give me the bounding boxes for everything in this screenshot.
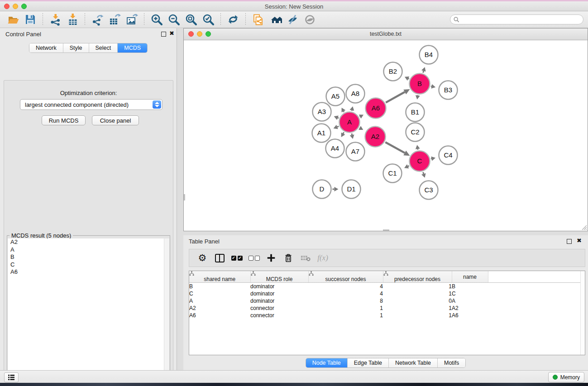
graph-edge-A-A5[interactable] [342,108,346,112]
show-all-icon[interactable] [302,13,317,26]
tab-style[interactable]: Style [63,43,89,52]
open-file-icon[interactable] [6,13,20,26]
graph-edge-C-C4[interactable] [431,157,435,161]
function-builder-icon[interactable]: f(x) [315,251,330,265]
tab-network-table[interactable]: Network Table [388,358,437,367]
graph-edge-B-B3[interactable] [431,84,435,89]
graph-node-B1[interactable]: B1 [406,103,425,122]
graph-node-C[interactable]: C [410,151,430,172]
graph-edge-D-D1[interactable] [333,187,339,191]
graph-edge-A-A7[interactable] [350,133,354,139]
graph-node-C4[interactable]: C4 [439,146,458,165]
mcds-result-item[interactable]: A6 [8,268,169,276]
graph-node-B4[interactable]: B4 [420,46,438,64]
delete-column-icon[interactable] [281,251,296,265]
graph-node-A4[interactable]: A4 [326,139,344,158]
optimization-criterion-select[interactable]: largest connected component (directed) [20,99,163,110]
search-field[interactable] [450,14,583,24]
cell-mcds_role[interactable]: dominator [250,297,308,305]
graph-edge-A-A1[interactable] [334,125,339,129]
cell-name[interactable]: A6 [452,312,488,319]
memory-button[interactable]: Memory [548,372,584,382]
cell-shared_name[interactable]: A [189,297,250,305]
tab-edge-table[interactable]: Edge Table [347,358,388,367]
graph-edge-A-A8[interactable] [350,106,354,111]
cell-predecessor_nodes[interactable]: 1 [383,305,452,312]
cell-shared_name[interactable]: A2 [189,305,250,312]
task-history-button[interactable] [4,372,19,382]
graph-edge-C-C3[interactable] [421,172,426,177]
network-graph[interactable]: B4B2BB3A5A8A6B1A3AA1C2A2A4A7C4CC1C3DD1 [184,40,588,231]
resize-grip-icon[interactable] [581,224,587,230]
graph-node-A5[interactable]: A5 [326,87,345,106]
graph-node-A6[interactable]: A6 [366,98,386,119]
export-image-icon[interactable] [124,13,139,26]
tab-motifs[interactable]: Motifs [437,358,465,367]
cell-predecessor_nodes[interactable]: 1 [383,290,452,297]
import-table-from-file-icon[interactable] [65,13,80,26]
cell-successor_nodes[interactable]: 8 [308,297,383,305]
column-header-successor-nodes[interactable]: successor nodes [308,271,383,283]
graph-node-A7[interactable]: A7 [346,143,365,161]
mcds-result-item[interactable]: A [8,246,169,254]
graph-node-B[interactable]: B [410,74,430,94]
cell-predecessor_nodes[interactable]: 0 [383,297,452,305]
graph-node-C1[interactable]: C1 [383,164,402,183]
save-session-icon[interactable] [23,13,38,26]
graph-edge-B-B4[interactable] [421,67,426,72]
cell-successor_nodes[interactable]: 4 [308,283,383,291]
graph-edge-B-B2[interactable] [405,76,409,81]
graph-edge-C-C1[interactable] [404,164,409,168]
vertical-scroll-mark[interactable] [184,194,185,200]
graph-node-B2[interactable]: B2 [384,62,402,81]
export-table-icon[interactable] [107,13,122,26]
graph-edge-A-A3[interactable] [334,116,339,120]
graph-edge-A-A6[interactable] [359,114,363,119]
close-panel-button[interactable]: Close panel [92,115,139,125]
cell-shared_name[interactable]: C [189,290,250,297]
first-neighbors-icon[interactable] [268,13,282,26]
add-column-icon[interactable] [263,251,279,265]
table-row[interactable]: Cdominator41C [189,290,585,297]
mcds-result-item[interactable]: C [8,261,169,269]
network-canvas[interactable]: B4B2BB3A5A8A6B1A3AA1C2A2A4A7C4CC1C3DD1 [184,40,588,231]
graph-edge-C-C2[interactable] [416,145,420,150]
cell-successor_nodes[interactable]: 1 [308,305,383,312]
graph-node-C2[interactable]: C2 [406,123,425,142]
graph-node-D[interactable]: D [313,180,331,199]
search-input[interactable] [462,16,583,23]
graph-edge-A-A4[interactable] [341,132,345,137]
table-settings-icon[interactable]: ⚙ [195,251,210,265]
hide-selected-icon[interactable] [285,13,300,26]
zoom-out-icon[interactable] [167,13,181,26]
graph-edge-B-B1[interactable] [416,95,420,100]
column-header-mcds-role[interactable]: MCDS role [250,271,308,283]
cell-mcds_role[interactable]: connector [250,312,308,319]
cell-predecessor_nodes[interactable]: 1 [383,312,452,319]
table-scrollbar[interactable] [580,271,585,355]
zoom-in-icon[interactable] [149,13,164,26]
deselect-all-rows-icon[interactable] [246,251,262,265]
cell-name[interactable]: A2 [452,305,488,312]
column-header-predecessor-nodes[interactable]: predecessor nodes [383,271,452,283]
show-columns-icon[interactable] [212,251,227,265]
graph-node-C3[interactable]: C3 [420,181,438,200]
graph-edge-A6-B[interactable] [386,89,410,103]
import-network-from-file-icon[interactable] [48,13,62,26]
cell-successor_nodes[interactable]: 1 [308,312,383,319]
graph-edge-A2-C[interactable] [385,142,410,156]
graph-node-B3[interactable]: B3 [439,81,458,100]
graph-node-D1[interactable]: D1 [342,180,361,199]
float-panel-icon[interactable] [161,32,166,37]
cell-name[interactable]: C [452,290,488,297]
cell-shared_name[interactable]: B [189,283,250,291]
mcds-result-item[interactable]: B [8,253,169,261]
cell-mcds_role[interactable]: connector [250,305,308,312]
graph-node-A1[interactable]: A1 [312,124,331,143]
delete-table-icon[interactable] [298,251,313,265]
float-table-panel-icon[interactable] [567,239,572,244]
table-row[interactable]: Adominator80A [189,297,585,305]
cell-successor_nodes[interactable]: 4 [308,290,383,297]
close-panel-icon[interactable]: ✖ [169,30,174,37]
cell-shared_name[interactable]: A6 [189,312,250,319]
